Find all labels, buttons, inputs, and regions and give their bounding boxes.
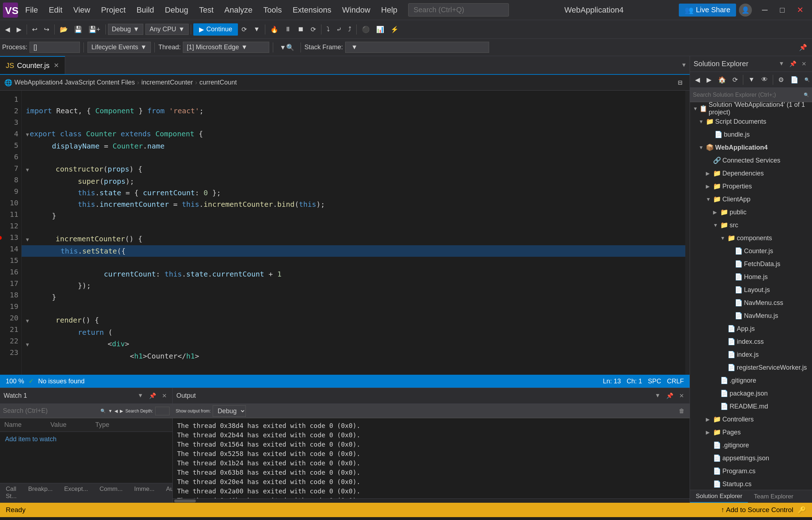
search-dropdown[interactable]: ▼: [108, 409, 112, 414]
tree-connected-services[interactable]: 🔗 Connected Services: [690, 154, 812, 167]
menu-build[interactable]: Build: [131, 4, 159, 16]
output-scrollbar-h[interactable]: [173, 498, 690, 503]
breadcrumb-part3[interactable]: currentCount: [199, 79, 237, 86]
tab-immediate[interactable]: Imme...: [128, 483, 161, 503]
se-dropdown-btn[interactable]: ▼: [776, 60, 786, 68]
watch-close-btn[interactable]: ✕: [160, 392, 169, 400]
tree-gitignore-root[interactable]: 📄 .gitignore: [690, 439, 812, 452]
tree-startup-cs[interactable]: 📄 Startup.cs: [690, 478, 812, 490]
diag-tools-btn[interactable]: 📊: [373, 23, 387, 36]
output-dropdown-btn[interactable]: ▼: [653, 392, 663, 400]
menu-file[interactable]: File: [20, 4, 43, 16]
tab-close-counter[interactable]: ✕: [54, 61, 59, 69]
zoom-level[interactable]: 100 %: [6, 378, 24, 385]
tree-program-cs[interactable]: 📄 Program.cs: [690, 465, 812, 478]
undo-btn[interactable]: ↩: [29, 23, 40, 36]
se-preview-btn[interactable]: 📄: [788, 74, 801, 86]
breadcrumb-part1[interactable]: WebApplication4 JavaScript Content Files: [14, 79, 135, 86]
lifecycle-dropdown[interactable]: Lifecycle Events ▼: [87, 42, 151, 53]
split-editor-btn[interactable]: ⊟: [675, 77, 685, 88]
se-props-btn[interactable]: ⚙: [775, 74, 787, 86]
fwd-btn[interactable]: ▶: [14, 23, 24, 36]
tree-index-js[interactable]: 📄 index.js: [690, 348, 812, 361]
menu-extensions[interactable]: Extensions: [288, 4, 337, 16]
redo-btn[interactable]: ↪: [41, 23, 52, 36]
menu-view[interactable]: View: [68, 4, 95, 16]
tree-package-json[interactable]: 📄 package.json: [690, 387, 812, 400]
tab-counter-js[interactable]: JS Counter.js ✕: [0, 56, 65, 74]
tree-components[interactable]: ▼ 📁 components: [690, 232, 812, 245]
watch-dropdown-btn[interactable]: ▼: [135, 392, 145, 400]
tree-dependencies[interactable]: ▶ 📁 Dependencies: [690, 167, 812, 180]
continue-button[interactable]: ▶ Continue: [193, 23, 238, 36]
code-content[interactable]: import React, { Component } from 'react'…: [22, 91, 685, 375]
menu-tools[interactable]: Tools: [258, 4, 287, 16]
user-avatar[interactable]: 👤: [739, 4, 752, 17]
global-search-input[interactable]: [408, 3, 509, 17]
tree-fetchdata-js[interactable]: 📄 FetchData.js: [690, 257, 812, 270]
tree-index-css[interactable]: 📄 index.css: [690, 335, 812, 348]
depth-input[interactable]: [155, 407, 170, 415]
tab-autos[interactable]: Autos: [160, 483, 172, 503]
step-into-btn[interactable]: ⤶: [333, 23, 344, 36]
debug-config-dropdown[interactable]: Debug ▼: [108, 24, 144, 35]
se-search-input[interactable]: [693, 92, 802, 98]
tree-script-docs[interactable]: ▼ 📁 Script Documents: [690, 115, 812, 128]
se-sync-btn[interactable]: ⟳: [730, 74, 741, 86]
minimize-button[interactable]: ─: [756, 4, 773, 16]
save-all-btn[interactable]: 💾+: [86, 23, 103, 36]
tree-navmenu-css[interactable]: 📄 NavMenu.css: [690, 296, 812, 309]
tree-readme[interactable]: 📄 README.md: [690, 400, 812, 413]
tree-bundle-js[interactable]: 📄 bundle.js: [690, 128, 812, 141]
tree-webapp4[interactable]: ▼ 📦 WebApplication4: [690, 141, 812, 154]
code-editor[interactable]: 1 2 3 4 5 6 7 8 9 10 11 12 ●13 14 15 16 …: [0, 91, 690, 375]
tree-root[interactable]: ▼ 📋 Solution 'WebApplication4' (1 of 1 p…: [690, 102, 812, 115]
tree-appsettings[interactable]: 📄 appsettings.json: [690, 452, 812, 465]
stack-frame-dropdown[interactable]: ▼: [345, 42, 489, 53]
add-watch-hint[interactable]: Add item to watch: [5, 435, 57, 443]
save-btn[interactable]: 💾: [71, 23, 85, 36]
tree-clientapp[interactable]: ▼ 📁 ClientApp: [690, 193, 812, 206]
tree-home-js[interactable]: 📄 Home.js: [690, 270, 812, 283]
pause-btn[interactable]: ⏸: [282, 23, 294, 35]
step-over-btn[interactable]: ⤵: [324, 23, 333, 35]
menu-edit[interactable]: Edit: [44, 4, 67, 16]
filter-btn[interactable]: ▼🔍: [277, 41, 297, 54]
back-btn[interactable]: ◀: [2, 23, 13, 36]
tree-gitignore-client[interactable]: 📄 .gitignore: [690, 374, 812, 387]
clear-output-btn[interactable]: 🗑: [677, 407, 687, 415]
step-out-btn[interactable]: ⤴: [345, 23, 354, 35]
tree-pages[interactable]: ▶ 📁 Pages: [690, 426, 812, 439]
tree-navmenu-js[interactable]: 📄 NavMenu.js: [690, 309, 812, 322]
process-input[interactable]: [30, 42, 80, 53]
output-close-btn[interactable]: ✕: [677, 392, 686, 400]
se-footer-tab-te[interactable]: Team Explorer: [748, 491, 799, 502]
watch-pin-btn[interactable]: 📌: [147, 392, 158, 400]
watch-search-input[interactable]: [3, 407, 98, 415]
prev-result-btn[interactable]: ◀: [114, 409, 118, 414]
breakpoints-btn[interactable]: ⚫: [359, 23, 373, 36]
menu-help[interactable]: Help: [376, 4, 402, 16]
output-pin-btn[interactable]: 📌: [664, 392, 676, 400]
thread-dropdown[interactable]: [1] Microsoft Edge ▼: [183, 42, 269, 53]
se-fwd-btn[interactable]: ▶: [704, 74, 714, 86]
tab-call-stack[interactable]: Call St...: [0, 483, 22, 503]
se-footer-tab-se[interactable]: Solution Explorer: [690, 491, 748, 503]
output-source-select[interactable]: Debug: [213, 405, 246, 417]
tab-breakpoints[interactable]: Breakp...: [22, 483, 58, 503]
menu-window[interactable]: Window: [337, 4, 375, 16]
se-pin-btn[interactable]: 📌: [796, 41, 810, 54]
se-home-btn[interactable]: 🏠: [715, 74, 729, 86]
live-share-button[interactable]: 👥 Live Share: [679, 4, 736, 17]
breadcrumb-part2[interactable]: incrementCounter: [141, 79, 193, 86]
tree-controllers[interactable]: ▶ 📁 Controllers: [690, 413, 812, 426]
se-close-btn[interactable]: ✕: [799, 60, 808, 68]
stop-btn[interactable]: ⏹: [295, 23, 307, 35]
close-button[interactable]: ✕: [791, 4, 809, 16]
tab-command[interactable]: Comm...: [94, 483, 128, 503]
maximize-button[interactable]: □: [774, 4, 790, 16]
se-search-btn[interactable]: 🔍: [804, 77, 810, 82]
menu-test[interactable]: Test: [194, 4, 218, 16]
hot-reload-btn[interactable]: 🔥: [267, 23, 281, 36]
se-view-btn[interactable]: 👁: [758, 74, 771, 86]
